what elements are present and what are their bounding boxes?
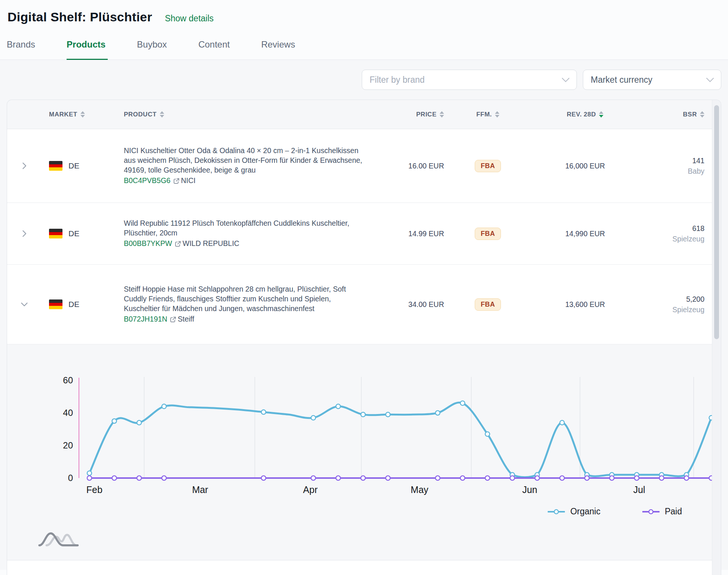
column-header-rev-28d[interactable]: REV. 28D — [531, 111, 639, 118]
sort-icon[interactable] — [160, 111, 164, 118]
sort-icon[interactable] — [440, 111, 444, 118]
products-table-card: MARKET PRODUCT PRICE FFM. REV. 28D BSR — [7, 100, 721, 575]
bsr-rank: 5,200 — [672, 294, 704, 304]
rank-trend-chart-area: 0204060FebMarAprMayJunJul — [7, 344, 721, 498]
revenue-28d-value: 13,600 EUR — [565, 300, 605, 309]
rank-trend-chart: 0204060FebMarAprMayJunJul — [53, 372, 721, 497]
svg-text:Mar: Mar — [192, 484, 208, 495]
chart-legend: OrganicPaid — [7, 498, 721, 517]
market-code: DE — [68, 161, 79, 170]
svg-text:0: 0 — [68, 473, 73, 483]
sort-icon[interactable] — [80, 111, 85, 118]
table-row: DE NICI Kuscheltier Otter Oda & Odalina … — [7, 129, 721, 203]
table-body: DE NICI Kuscheltier Otter Oda & Odalina … — [7, 129, 721, 344]
brand-name: Steiff — [178, 314, 194, 324]
tab-reviews[interactable]: Reviews — [261, 39, 297, 60]
section-divider — [7, 560, 721, 575]
scrollbar-thumb[interactable] — [714, 105, 719, 339]
fulfillment-badge: FBA — [475, 228, 501, 240]
tab-products[interactable]: Products — [67, 39, 108, 60]
external-link-icon[interactable] — [170, 316, 176, 323]
column-header-market[interactable]: MARKET — [42, 111, 119, 118]
brand-name: NICI — [181, 176, 196, 186]
sort-icon[interactable] — [700, 111, 704, 118]
asin-link[interactable]: B00BB7YKPW — [124, 239, 172, 249]
tab-bar: Brands Products Buybox Content Reviews — [0, 24, 728, 60]
filter-by-brand-placeholder: Filter by brand — [370, 75, 425, 85]
market-currency-dropdown[interactable]: Market currency — [583, 70, 721, 90]
column-header-price[interactable]: PRICE — [374, 111, 445, 118]
bsr-category: Spielzeug — [672, 234, 704, 244]
price-value: 14.99 EUR — [409, 229, 445, 238]
table-header-row: MARKET PRODUCT PRICE FFM. REV. 28D BSR — [7, 100, 721, 129]
column-header-product[interactable]: PRODUCT — [119, 111, 374, 118]
asin-link[interactable]: B072JH191N — [124, 314, 167, 324]
market-code: DE — [68, 300, 79, 309]
bsr-rank: 618 — [672, 223, 704, 234]
column-header-bsr[interactable]: BSR — [639, 111, 707, 118]
external-link-icon[interactable] — [173, 178, 180, 184]
flag-de-icon — [49, 161, 62, 171]
row-expander-chevron-icon[interactable] — [19, 229, 29, 238]
dropdown-chevron-icon — [706, 77, 714, 82]
svg-text:60: 60 — [63, 375, 73, 385]
fulfillment-badge: FBA — [475, 298, 501, 311]
flag-de-icon — [49, 299, 62, 309]
page-header: Digital Shelf: Plüschtier Show details — [0, 0, 728, 24]
svg-text:May: May — [411, 484, 429, 495]
legend-label: Paid — [665, 506, 682, 517]
table-row: DE Wild Republic 11912 Plüsch Totenkopfä… — [7, 203, 721, 265]
legend-item-paid[interactable]: Paid — [642, 506, 682, 517]
sort-icon[interactable] — [495, 111, 499, 118]
tab-content[interactable]: Content — [198, 39, 232, 60]
legend-label: Organic — [570, 506, 600, 517]
row-expander-chevron-icon[interactable] — [19, 161, 29, 171]
filter-by-brand-dropdown[interactable]: Filter by brand — [362, 70, 577, 90]
minimap-sparkline-icon[interactable] — [38, 530, 86, 550]
bsr-category: Baby — [688, 166, 704, 176]
svg-text:Feb: Feb — [86, 484, 103, 495]
page-body: Filter by brand Market currency MARKET P… — [0, 60, 728, 570]
row-expander-chevron-icon[interactable] — [19, 299, 29, 309]
brand-name: WILD REPUBLIC — [183, 239, 239, 249]
sort-icon-active-desc[interactable] — [599, 111, 603, 118]
dropdown-chevron-icon — [562, 77, 570, 82]
svg-text:40: 40 — [63, 408, 73, 418]
price-value: 16.00 EUR — [409, 162, 445, 170]
market-currency-value: Market currency — [591, 75, 652, 85]
asin-link[interactable]: B0C4PVB5G6 — [124, 176, 171, 186]
legend-item-organic[interactable]: Organic — [548, 506, 600, 517]
page-title: Digital Shelf: Plüschtier — [7, 10, 152, 24]
svg-text:Jun: Jun — [522, 484, 537, 495]
revenue-28d-value: 14,990 EUR — [565, 229, 605, 238]
legend-line-icon — [642, 509, 660, 515]
external-link-icon[interactable] — [175, 241, 181, 247]
fulfillment-badge: FBA — [475, 160, 501, 172]
scrollbar-track[interactable] — [712, 100, 721, 575]
svg-text:Jul: Jul — [633, 484, 645, 495]
tab-buybox[interactable]: Buybox — [137, 39, 169, 60]
legend-line-icon — [548, 509, 565, 515]
svg-text:Apr: Apr — [303, 484, 318, 495]
svg-text:20: 20 — [63, 440, 73, 450]
product-title: NICI Kuscheltier Otter Oda & Odalina 40 … — [124, 146, 363, 175]
price-value: 34.00 EUR — [409, 300, 445, 309]
bsr-category: Spielzeug — [672, 304, 704, 315]
market-code: DE — [68, 229, 79, 238]
bsr-rank: 141 — [688, 155, 704, 166]
product-title: Steiff Hoppie Hase mit Schlappohren 28 c… — [124, 285, 363, 314]
tab-brands[interactable]: Brands — [7, 39, 37, 60]
table-row: DE Steiff Hoppie Hase mit Schlappohren 2… — [7, 265, 721, 344]
filter-row: Filter by brand Market currency — [0, 60, 728, 100]
column-header-ffm[interactable]: FFM. — [445, 111, 531, 118]
product-title: Wild Republic 11912 Plüsch Totenkopfäffc… — [124, 219, 363, 238]
flag-de-icon — [49, 229, 62, 238]
show-details-link[interactable]: Show details — [165, 13, 214, 24]
revenue-28d-value: 16,000 EUR — [565, 162, 605, 170]
